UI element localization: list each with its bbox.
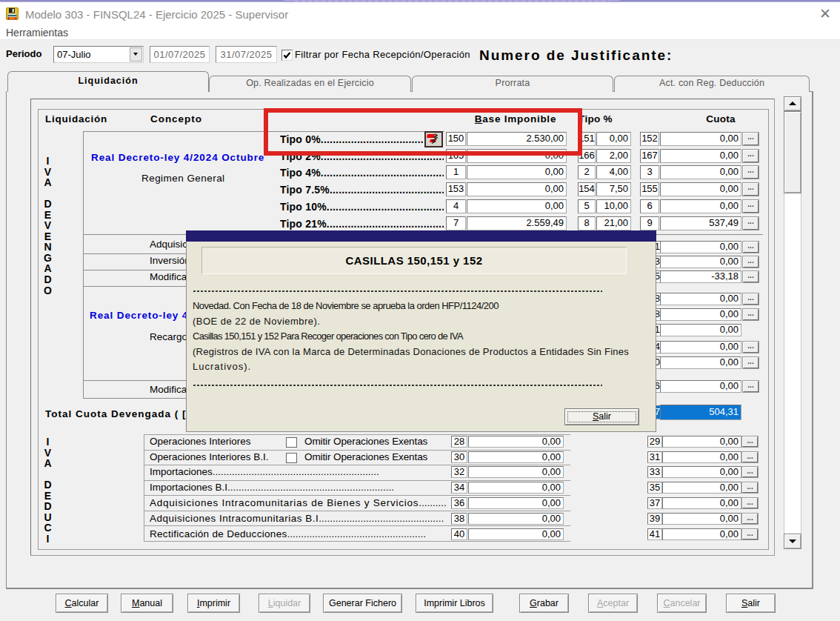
svg-text:NEW: NEW (10, 17, 16, 20)
